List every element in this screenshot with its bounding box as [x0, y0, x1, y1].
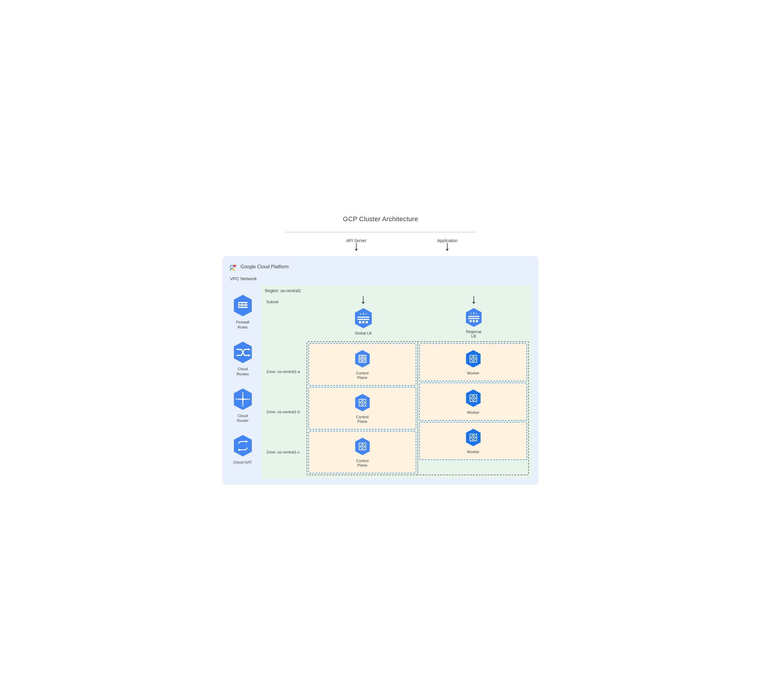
firewall-icon	[231, 294, 255, 317]
sidebar: FirewallRules CloudRoutes	[229, 285, 257, 479]
svg-rect-43	[469, 320, 472, 322]
routes-icon	[231, 341, 255, 364]
region-box: Region: us-central1 Subnet	[261, 285, 532, 479]
sidebar-item-routes: CloudRoutes	[231, 341, 255, 377]
subnet-label: Subnet	[267, 296, 308, 306]
svg-rect-10	[242, 302, 243, 308]
gcp-box: Google Cloud Platform VPC Network	[223, 256, 538, 485]
svg-rect-45	[476, 320, 478, 322]
sidebar-item-firewall: FirewallRules	[231, 294, 255, 330]
router-icon	[231, 387, 255, 411]
regional-lb-icon	[463, 307, 484, 328]
worker-label-a: Worker	[467, 371, 479, 375]
vpc-label: VPC Network	[230, 276, 532, 281]
svg-point-50	[362, 358, 363, 359]
svg-point-90	[473, 437, 474, 438]
region-label: Region: us-central1	[265, 288, 529, 293]
svg-rect-38	[468, 316, 480, 317]
global-lb-arrow	[362, 296, 365, 304]
control-plane-label-c: ControlPlane	[356, 458, 369, 467]
sidebar-item-router: CloudRouter	[231, 387, 255, 423]
global-lb-icon	[352, 307, 374, 330]
svg-point-82	[473, 397, 474, 399]
dashed-col-left: ControlPlane	[307, 341, 418, 475]
svg-point-66	[362, 446, 363, 447]
regional-lb-arrow	[472, 296, 475, 304]
control-plane-icon-b	[353, 393, 372, 412]
svg-point-1	[231, 266, 233, 268]
regional-lb-node: RegionalLB	[419, 307, 529, 338]
gcp-label: Google Cloud Platform	[240, 264, 289, 269]
svg-marker-3	[229, 269, 232, 270]
nat-icon	[231, 434, 255, 458]
svg-rect-39	[468, 318, 480, 319]
svg-marker-37	[466, 308, 482, 327]
worker-icon-c	[464, 428, 483, 447]
worker-icon-b	[464, 389, 483, 408]
router-label: CloudRouter	[237, 414, 248, 423]
zone-b-worker: Worker	[419, 383, 527, 421]
worker-label-b: Worker	[467, 410, 479, 415]
application-top: Application	[437, 238, 458, 251]
main-content-area: Region: us-central1 Subnet	[261, 285, 532, 479]
zone-c-control-plane: ControlPlane	[309, 431, 416, 473]
nat-label: Cloud NAT	[233, 460, 252, 465]
zone-a-worker: Worker	[419, 343, 527, 381]
regional-lb-label: RegionalLB	[466, 330, 481, 338]
svg-point-74	[473, 358, 474, 359]
control-plane-icon-a	[353, 349, 372, 369]
gcp-logo-icon	[229, 262, 238, 272]
zone-b-control-plane: ControlPlane	[309, 387, 416, 430]
global-lb-node: Global LB	[308, 307, 419, 338]
svg-rect-29	[357, 317, 370, 318]
routes-label: CloudRoutes	[237, 367, 249, 377]
control-plane-label-a: ControlPlane	[356, 371, 369, 380]
svg-rect-44	[473, 320, 475, 322]
worker-icon-a	[464, 349, 483, 369]
svg-rect-9	[238, 302, 239, 308]
control-plane-icon-c	[353, 437, 372, 456]
diagram-title: GCP Cluster Architecture	[223, 215, 538, 232]
svg-rect-36	[366, 321, 368, 323]
diagram-container: GCP Cluster Architecture API Server Appl…	[217, 209, 544, 491]
svg-rect-34	[359, 321, 361, 323]
dashed-col-right: Worker	[418, 341, 529, 475]
svg-point-58	[362, 402, 363, 403]
zone-c-worker: Worker	[419, 422, 527, 460]
svg-marker-25	[234, 435, 252, 456]
worker-label-c: Worker	[467, 450, 479, 454]
gcp-header: Google Cloud Platform	[229, 262, 532, 272]
control-plane-label-b: ControlPlane	[356, 415, 369, 423]
zone-a-control-plane: ControlPlane	[309, 343, 416, 386]
svg-rect-30	[357, 319, 370, 320]
svg-rect-35	[362, 321, 365, 323]
api-server-top: API Server	[346, 238, 366, 251]
svg-marker-4	[232, 269, 235, 270]
svg-marker-28	[355, 308, 371, 328]
global-lb-label: Global LB	[355, 331, 372, 335]
svg-rect-11	[245, 302, 246, 308]
sidebar-item-nat: Cloud NAT	[231, 434, 255, 465]
firewall-label: FirewallRules	[236, 320, 250, 330]
